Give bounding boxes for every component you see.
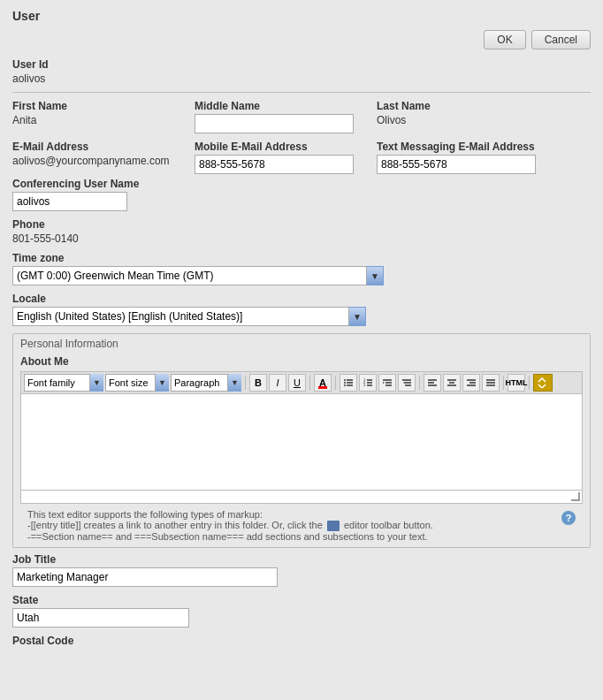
postalcode-label: Postal Code (12, 635, 73, 647)
font-color-a: A (318, 377, 327, 389)
book-icon (327, 521, 340, 531)
cancel-button[interactable]: Cancel (531, 30, 591, 49)
state-label: State (12, 594, 189, 606)
align-left-icon (427, 377, 438, 388)
align-right-icon (466, 377, 477, 388)
about-me-label: About Me (13, 352, 590, 371)
outdent-button[interactable] (398, 374, 416, 392)
unordered-list-button[interactable] (340, 374, 357, 392)
outdent-icon (401, 377, 412, 388)
toolbar-separator-4 (419, 376, 420, 390)
firstname-label: First Name (12, 100, 180, 112)
html-button[interactable]: HTML (508, 374, 525, 392)
indent-icon (382, 377, 393, 388)
font-family-select[interactable]: Font family (24, 374, 103, 392)
align-right-button[interactable] (462, 374, 480, 392)
paragraph-select[interactable]: Paragraph (171, 374, 241, 392)
align-center-icon (447, 377, 457, 388)
toolbar-separator-2 (309, 376, 310, 390)
lastname-label: Last Name (377, 100, 431, 112)
locale-select[interactable]: English (United States) [English (United… (12, 307, 366, 326)
toolbar-separator-5 (503, 376, 504, 390)
markup-help-text: This text editor supports the following … (27, 509, 558, 542)
ul-icon (343, 377, 354, 388)
phone-value: 801-555-0140 (12, 232, 79, 245)
align-left-button[interactable] (424, 374, 441, 392)
align-center-button[interactable] (443, 374, 461, 392)
mobile-email-input[interactable] (195, 155, 354, 174)
toolbar-separator-6 (529, 376, 530, 390)
mobile-email-label: Mobile E-Mail Address (195, 141, 363, 153)
resize-icon (571, 492, 580, 501)
timezone-label: Time zone (12, 252, 384, 264)
conferencing-label: Conferencing User Name (12, 178, 139, 190)
email-label: E-Mail Address (12, 141, 180, 153)
indent-button[interactable] (378, 374, 396, 392)
timezone-select[interactable]: (GMT 0:00) Greenwich Mean Time (GMT) (12, 266, 384, 285)
lastname-value: Olivos (377, 114, 431, 126)
svg-text:3: 3 (363, 383, 366, 387)
font-size-select[interactable]: Font size (105, 374, 169, 392)
email-value: aolivos@yourcompanyname.com (12, 155, 180, 167)
page-title: User (12, 9, 591, 23)
align-justify-button[interactable] (482, 374, 500, 392)
middlename-input[interactable] (195, 114, 354, 133)
expand-button[interactable] (533, 374, 553, 392)
toolbar-separator-1 (245, 376, 246, 390)
userid-value: aolivos (12, 72, 49, 85)
svg-point-5 (344, 384, 346, 386)
ordered-list-button[interactable]: 123 (359, 374, 377, 392)
locale-label: Locale (12, 293, 366, 305)
ok-button[interactable]: OK (484, 30, 525, 49)
firstname-value: Anita (12, 114, 180, 126)
svg-point-3 (344, 379, 346, 381)
expand-icon (538, 377, 548, 388)
text-email-label: Text Messaging E-Mail Address (377, 141, 536, 153)
markup-help: This text editor supports the following … (20, 504, 583, 547)
help-icon[interactable]: ? (561, 511, 576, 525)
markup-line3: -==Section name== and ===Subsection name… (27, 531, 558, 542)
underline-button[interactable]: U (288, 374, 306, 392)
align-justify-icon (485, 377, 496, 388)
userid-label: User Id (12, 58, 49, 71)
conferencing-input[interactable] (12, 192, 127, 211)
rte-resize-handle[interactable] (20, 491, 583, 504)
text-email-input[interactable] (377, 155, 536, 174)
jobtitle-label: Job Title (12, 553, 278, 566)
state-input[interactable] (12, 608, 189, 628)
font-color-button[interactable]: A (314, 374, 332, 392)
markup-line1: This text editor supports the following … (27, 509, 558, 520)
ol-icon: 123 (363, 377, 373, 388)
middlename-label: Middle Name (195, 100, 363, 112)
phone-label: Phone (12, 218, 79, 231)
svg-point-4 (344, 382, 346, 384)
italic-button[interactable]: I (269, 374, 286, 392)
rte-body[interactable] (20, 393, 583, 491)
toolbar-separator-3 (335, 376, 336, 390)
jobtitle-input[interactable] (12, 567, 278, 587)
bold-button[interactable]: B (249, 374, 267, 392)
rte-toolbar: Font family ▼ Font size ▼ Para (20, 371, 583, 393)
markup-line2: -[[entry title]] creates a link to anoth… (27, 520, 558, 531)
personal-info-legend: Personal Information (13, 334, 590, 352)
